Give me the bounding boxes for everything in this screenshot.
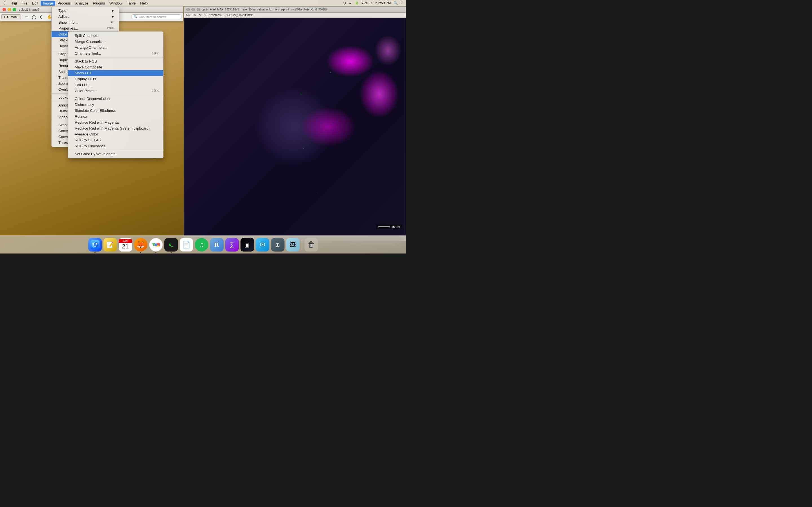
- dropbox-icon[interactable]: ⬡: [343, 1, 346, 5]
- menubar-table[interactable]: Table: [124, 1, 138, 6]
- microscopy-image: [184, 18, 406, 236]
- chrome-dot: [155, 252, 156, 253]
- firefox-dot: [140, 252, 141, 253]
- color-rgb-to-luminance-label: RGB to Luminance: [75, 144, 106, 148]
- dock-firefox[interactable]: 🦊: [134, 238, 147, 251]
- dock-elyra[interactable]: ∑: [225, 238, 239, 251]
- menu-type-label: Type: [58, 8, 66, 13]
- color-replace-red-magenta-clipboard[interactable]: Replace Red with Magenta (system clipboa…: [68, 125, 163, 131]
- color-dichromacy-label: Dichromacy: [75, 103, 94, 107]
- color-merge-channels[interactable]: Merge Channels...: [68, 39, 163, 45]
- color-rgb-to-luminance[interactable]: RGB to Luminance: [68, 143, 163, 149]
- dock-terminal[interactable]: $_: [164, 238, 178, 251]
- dock-intellij[interactable]: ▣: [241, 238, 254, 251]
- clock: Sun 2:59 PM: [371, 1, 391, 5]
- dock-preview[interactable]: 🖼: [286, 238, 300, 251]
- menu-show-info[interactable]: Show Info... ⌘I: [52, 19, 119, 25]
- calendar-month: JAN: [119, 239, 132, 243]
- finder-dot: [94, 252, 96, 253]
- menubar-analyze[interactable]: Analyze: [73, 1, 91, 6]
- dock-finder[interactable]: [88, 238, 102, 251]
- color-retinex[interactable]: Retinex: [68, 114, 163, 119]
- oval-tool[interactable]: ◯: [31, 13, 38, 20]
- rstudio-icon: R: [210, 238, 223, 251]
- img-minimize[interactable]: [192, 8, 195, 11]
- dock-notes[interactable]: 📝: [103, 238, 117, 251]
- menu-axes-label: Axes: [58, 123, 66, 127]
- spotlight-icon[interactable]: 🔍: [394, 1, 398, 5]
- color-split-channels[interactable]: Split Channels: [68, 33, 163, 39]
- svg-point-5: [93, 244, 94, 244]
- dock-airmail[interactable]: ✉: [256, 238, 269, 251]
- menu-adjust[interactable]: Adjust ▶: [52, 13, 119, 19]
- color-simulate-color-blindness-label: Simulate Color Blindness: [75, 108, 116, 113]
- polygon-tool[interactable]: ⬡: [38, 13, 45, 20]
- color-replace-red-magenta[interactable]: Replace Red with Magenta: [68, 119, 163, 125]
- maximize-button[interactable]: [13, 8, 16, 11]
- color-retinex-label: Retinex: [75, 114, 87, 119]
- color-dichromacy[interactable]: Dichromacy: [68, 102, 163, 108]
- minimize-button[interactable]: [8, 8, 11, 11]
- color-replace-red-magenta-label: Replace Red with Magenta: [75, 120, 119, 124]
- color-stack-to-rgb-label: Stack to RGB: [75, 59, 97, 63]
- img-maximize[interactable]: [197, 8, 200, 11]
- color-display-luts-label: Display LUTs: [75, 77, 96, 81]
- color-stack-to-rgb[interactable]: Stack to RGB: [68, 58, 163, 64]
- dock-chrome[interactable]: [149, 238, 163, 251]
- color-channels-tool-label: Channels Tool...: [75, 51, 101, 55]
- color-color-picker-label: Color Picker...: [75, 89, 98, 93]
- color-display-luts[interactable]: Display LUTs: [68, 76, 163, 82]
- menubar-help[interactable]: Help: [138, 1, 150, 6]
- menu-crop-label: Crop: [58, 52, 66, 56]
- color-simulate-color-blindness[interactable]: Simulate Color Blindness: [68, 108, 163, 114]
- menubar-edit[interactable]: Edit: [30, 1, 41, 6]
- color-set-color-by-wavelength-label: Set Color By Wavelength: [75, 152, 116, 156]
- dock-trash[interactable]: 🗑: [305, 238, 318, 251]
- color-average-color[interactable]: Average Color: [68, 131, 163, 137]
- dock-calendar[interactable]: JAN 21: [119, 238, 132, 251]
- menubar-file[interactable]: File: [19, 1, 30, 6]
- menubar-window[interactable]: Window: [107, 1, 124, 6]
- menu-properties-shortcut: ⇧⌘P: [101, 26, 114, 30]
- menubar-fiji[interactable]: Fiji: [10, 1, 19, 6]
- scale-bar-line: [378, 226, 390, 227]
- color-edit-lut[interactable]: Edit LUT...: [68, 82, 163, 88]
- menu-type[interactable]: Type ▶: [52, 8, 119, 13]
- rectangle-tool[interactable]: ▭: [23, 13, 30, 20]
- color-edit-lut-label: Edit LUT...: [75, 83, 92, 87]
- control-center-icon[interactable]: ☰: [401, 1, 404, 5]
- color-colour-deconvolution[interactable]: Colour Deconvolution: [68, 96, 163, 102]
- lut-menu-button[interactable]: LUT Menu: [1, 14, 21, 19]
- color-channels-tool[interactable]: Channels Tool... ⇧⌘Z: [68, 50, 163, 56]
- color-make-composite[interactable]: Make Composite: [68, 64, 163, 70]
- dock-docs[interactable]: 📄: [180, 238, 193, 251]
- close-button[interactable]: [3, 8, 6, 11]
- menubar-image[interactable]: Image: [41, 1, 55, 6]
- search-bar[interactable]: 🔍 Click here to search: [131, 14, 182, 19]
- color-colour-deconvolution-label: Colour Deconvolution: [75, 97, 110, 101]
- color-set-color-by-wavelength[interactable]: Set Color By Wavelength: [68, 151, 163, 157]
- color-rgb-to-cielab[interactable]: RGB to CIELAB: [68, 137, 163, 143]
- dock-rstudio[interactable]: R: [210, 238, 223, 251]
- color-show-lut-label: Show LUT: [75, 71, 92, 75]
- menu-adjust-arrow: ▶: [112, 15, 114, 18]
- color-sep-3: [68, 150, 163, 150]
- color-merge-channels-label: Merge Channels...: [75, 40, 105, 44]
- menubar-right: ⬡ ▲ 🔋 78% Sun 2:59 PM 🔍 ☰: [343, 1, 404, 5]
- menu-properties[interactable]: Properties... ⇧⌘P: [52, 25, 119, 31]
- color-show-lut[interactable]: Show LUT: [68, 70, 163, 76]
- dock-spotify[interactable]: ♫: [195, 238, 208, 251]
- battery-percent: 78%: [362, 1, 368, 5]
- color-color-picker[interactable]: Color Picker... ⇧⌘K: [68, 88, 163, 94]
- color-arrange-channels[interactable]: Arrange Channels...: [68, 45, 163, 50]
- menubar-plugins[interactable]: Plugins: [91, 1, 107, 6]
- airmail-icon: ✉: [256, 238, 269, 251]
- image-window: dapi-muted_MAX_142711-M2_male_35um_ctrl-…: [184, 6, 406, 241]
- img-close[interactable]: [186, 8, 190, 11]
- filemerge-icon: ⊞: [271, 238, 285, 251]
- apple-menu[interactable]: : [2, 1, 7, 6]
- menubar-process[interactable]: Process: [55, 1, 73, 6]
- menu-color-label: Color: [58, 32, 67, 36]
- dock-filemerge[interactable]: ⊞: [271, 238, 285, 251]
- scale-bar-label: 15 μm: [391, 225, 400, 228]
